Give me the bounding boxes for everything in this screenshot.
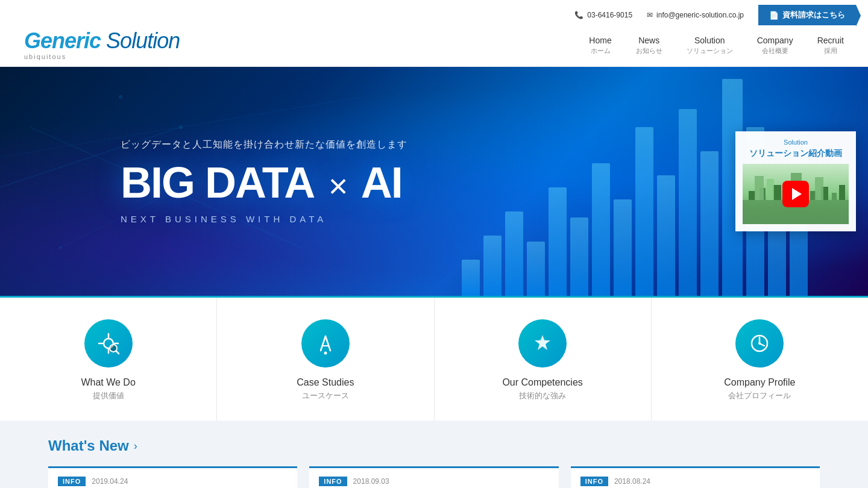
hero-title-part2: AI [361, 158, 402, 207]
play-button[interactable] [782, 181, 809, 207]
case-studies-icon [301, 319, 350, 368]
video-title: ソリューション紹介動画 [743, 148, 849, 159]
main-nav: Home ホーム News お知らせ Solution ソリューション Comp… [589, 36, 844, 55]
svg-rect-21 [815, 177, 823, 200]
nav-company[interactable]: Company 会社概要 [757, 36, 793, 55]
news-section: What's New › INFO 2019.04.24 INFO 2018.0… [0, 421, 868, 488]
news-header: What's New › [48, 437, 820, 454]
svg-rect-11 [773, 185, 781, 200]
company-profile-label-jp: 会社プロフィール [728, 390, 791, 401]
nav-recruit[interactable]: Recruit 採用 [817, 36, 844, 55]
logo-subtitle: ubiquitous [24, 53, 180, 60]
phone-number: 03-6416-9015 [587, 11, 632, 19]
what-we-do-icon [84, 319, 133, 368]
svg-point-36 [758, 342, 761, 345]
service-case-studies[interactable]: Case Studies ユースケース [217, 298, 434, 421]
request-materials-button[interactable]: 📄 資料請求はこちら [758, 5, 856, 25]
document-icon: 📄 [769, 11, 779, 20]
hero-content: ビッグデータと人工知能を掛け合わせ新たな価値を創造します BIG DATA × … [0, 139, 407, 224]
news-card-1[interactable]: INFO 2019.04.24 [48, 466, 297, 488]
what-we-do-label-jp: 提供価値 [93, 390, 124, 401]
svg-point-7 [119, 95, 122, 99]
service-section: What We Do 提供価値 Case Studies ユースケース Our … [0, 296, 868, 421]
video-thumbnail[interactable] [743, 164, 849, 224]
svg-point-31 [324, 352, 327, 355]
hero-tagline: NEXT BUSINESS WITH DATA [121, 214, 407, 224]
news-card-1-header: INFO 2019.04.24 [58, 477, 288, 486]
hero-title: BIG DATA × AI [121, 161, 407, 204]
email-address: info@generic-solution.co.jp [656, 11, 744, 19]
cta-label: 資料請求はこちら [782, 10, 845, 20]
our-competencies-icon [518, 319, 567, 368]
svg-rect-17 [839, 185, 845, 200]
phone-contact: 📞 03-6416-9015 [574, 11, 632, 19]
news-badge-3: INFO [580, 477, 608, 486]
news-date-3: 2018.08.24 [614, 477, 650, 486]
logo-text: Generic Solution [24, 30, 180, 52]
svg-rect-19 [767, 179, 774, 200]
service-company-profile[interactable]: Company Profile 会社プロフィール [652, 298, 868, 421]
company-profile-label-en: Company Profile [724, 377, 795, 388]
hero-subtitle: ビッグデータと人工知能を掛け合わせ新たな価値を創造します [121, 139, 407, 151]
hero-title-part1: BIG DATA [121, 158, 313, 207]
our-competencies-label-en: Our Competencies [502, 377, 582, 388]
phone-icon: 📞 [574, 11, 583, 19]
news-items-container: INFO 2019.04.24 INFO 2018.09.03 INFO 201… [48, 466, 820, 488]
top-bar: 📞 03-6416-9015 ✉ info@generic-solution.c… [0, 0, 868, 30]
our-competencies-label-jp: 技術的な強み [519, 390, 566, 401]
site-header: Generic Solution ubiquitous Home ホーム New… [0, 30, 868, 67]
hero-section: ビッグデータと人工知能を掛け合わせ新たな価値を創造します BIG DATA × … [0, 67, 868, 296]
hero-title-cross: × [329, 167, 347, 205]
logo[interactable]: Generic Solution ubiquitous [24, 30, 180, 60]
nav-home[interactable]: Home ホーム [589, 36, 611, 55]
svg-point-5 [59, 246, 61, 249]
svg-rect-18 [755, 176, 764, 200]
svg-point-4 [179, 125, 183, 129]
news-section-title: What's New [48, 437, 129, 454]
news-arrow: › [134, 440, 137, 452]
svg-rect-16 [832, 193, 837, 200]
news-card-2-header: INFO 2018.09.03 [319, 477, 549, 486]
company-profile-icon [735, 319, 784, 368]
nav-solution[interactable]: Solution ソリューション [687, 36, 733, 55]
svg-line-29 [116, 351, 119, 354]
news-badge-2: INFO [319, 477, 347, 486]
news-badge-1: INFO [58, 477, 86, 486]
case-studies-label-en: Case Studies [297, 377, 354, 388]
nav-news[interactable]: News お知らせ [636, 36, 662, 55]
news-date-1: 2019.04.24 [92, 477, 128, 486]
email-contact: ✉ info@generic-solution.co.jp [647, 11, 744, 19]
solution-video-card[interactable]: Solution ソリューション紹介動画 [735, 131, 856, 231]
service-our-competencies[interactable]: Our Competencies 技術的な強み [435, 298, 652, 421]
news-card-3[interactable]: INFO 2018.08.24 [571, 466, 820, 488]
video-section-label: Solution [743, 139, 849, 146]
news-card-2[interactable]: INFO 2018.09.03 [309, 466, 558, 488]
service-what-we-do[interactable]: What We Do 提供価値 [0, 298, 217, 421]
news-card-3-header: INFO 2018.08.24 [580, 477, 810, 486]
what-we-do-label-en: What We Do [81, 377, 135, 388]
case-studies-label-jp: ユースケース [302, 390, 349, 401]
email-icon: ✉ [647, 11, 653, 19]
news-date-2: 2018.09.03 [353, 477, 389, 486]
